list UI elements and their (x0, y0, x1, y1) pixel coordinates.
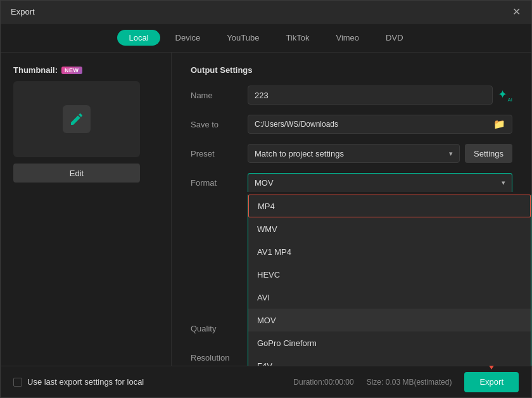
thumbnail-box (13, 81, 140, 157)
thumbnail-icon (63, 105, 91, 133)
output-settings-title: Output Settings (191, 65, 512, 75)
format-option-mp4[interactable]: MP4 (248, 195, 531, 217)
preset-chevron-icon: ▾ (449, 150, 453, 158)
name-label: Name (191, 91, 248, 100)
format-value: MOV (255, 178, 274, 188)
format-option-av1mp4[interactable]: AV1 MP4 (248, 240, 531, 263)
preset-label: Preset (191, 149, 248, 158)
format-option-mov[interactable]: MOV (248, 309, 531, 331)
main-content: Thumbnail: NEW Edit Output Settings Name (1, 53, 531, 366)
settings-button[interactable]: Settings (465, 144, 512, 163)
format-select[interactable]: MOV ▾ (248, 173, 512, 192)
format-row: Format MOV ▾ (191, 172, 512, 193)
bottom-info: Duration:00:00:00 Size: 0.03 MB(estimate… (293, 378, 452, 387)
preset-value: Match to project settings (255, 149, 344, 158)
preset-input-group: Match to project settings ▾ Settings (248, 144, 512, 163)
last-export-label: Use last export settings for local (27, 377, 144, 387)
edit-button[interactable]: Edit (13, 164, 140, 183)
bottom-bar: Use last export settings for local Durat… (1, 366, 531, 397)
format-label: Format (191, 178, 248, 188)
last-export-checkbox[interactable] (13, 378, 22, 387)
pencil-icon (69, 112, 84, 127)
tab-tiktok[interactable]: TikTok (274, 30, 320, 46)
tab-youtube[interactable]: YouTube (215, 30, 270, 46)
name-row: Name ✦AI (191, 85, 512, 105)
format-option-avi[interactable]: AVI (248, 286, 531, 309)
tab-dvd[interactable]: DVD (374, 30, 414, 46)
tab-vimeo[interactable]: Vimeo (324, 30, 370, 46)
close-button[interactable]: ✕ (511, 7, 521, 17)
new-badge: NEW (61, 67, 82, 74)
format-option-hevc[interactable]: HEVC (248, 263, 531, 286)
name-input[interactable] (248, 86, 493, 105)
tabs-bar: Local Device YouTube TikTok Vimeo DVD (1, 23, 531, 53)
resolution-label: Resolution (191, 353, 248, 363)
format-option-gopro[interactable]: GoPro Cineform (248, 331, 531, 354)
checkbox-row: Use last export settings for local (13, 377, 144, 387)
duration-info: Duration:00:00:00 (293, 378, 353, 387)
save-to-label: Save to (191, 120, 248, 129)
titlebar: Export ✕ (1, 1, 531, 23)
folder-icon[interactable]: 📁 (493, 119, 505, 130)
ai-icon[interactable]: ✦AI (498, 87, 512, 103)
save-to-row: Save to C:/Users/WS/Downloads 📁 (191, 114, 512, 134)
export-window: Export ✕ Local Device YouTube TikTok Vim… (0, 0, 532, 398)
preset-row: Preset Match to project settings ▾ Setti… (191, 143, 512, 164)
format-dropdown: MP4 WMV AV1 MP4 HEVC AVI MOV GoP (248, 195, 531, 366)
window-title: Export (11, 7, 35, 16)
size-info: Size: 0.03 MB(estimated) (367, 378, 452, 387)
tab-local[interactable]: Local (117, 30, 160, 46)
left-panel: Thumbnail: NEW Edit (1, 53, 172, 366)
quality-label: Quality (191, 324, 248, 333)
name-input-group: ✦AI (248, 86, 512, 105)
format-option-f4v[interactable]: F4V (248, 354, 531, 366)
format-chevron-icon: ▾ (502, 179, 505, 187)
tab-device[interactable]: Device (164, 30, 212, 46)
thumbnail-label: Thumbnail: NEW (13, 65, 82, 75)
format-option-wmv[interactable]: WMV (248, 217, 531, 240)
export-button[interactable]: Export (464, 372, 519, 392)
save-to-input[interactable]: C:/Users/WS/Downloads 📁 (248, 115, 512, 134)
right-panel: Output Settings Name ✦AI Save to C:/User… (172, 53, 531, 366)
preset-select[interactable]: Match to project settings ▾ (248, 144, 460, 163)
save-to-path: C:/Users/WS/Downloads (255, 120, 338, 129)
